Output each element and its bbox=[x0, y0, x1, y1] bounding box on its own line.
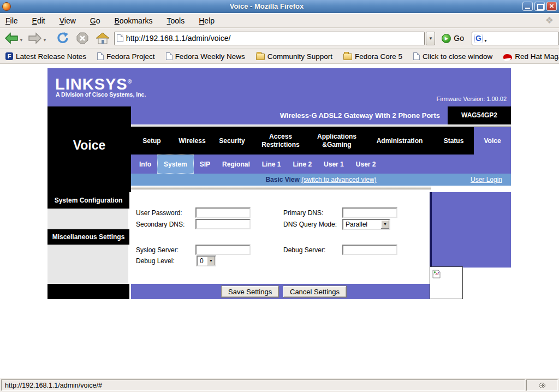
subtab-line1[interactable]: Line 1 bbox=[256, 155, 287, 174]
bookmark-fedora-weekly-news[interactable]: Fedora Weekly News bbox=[166, 52, 245, 61]
forward-button[interactable] bbox=[28, 30, 42, 46]
folder-icon bbox=[343, 54, 352, 60]
page-icon bbox=[117, 34, 123, 42]
bookmark-community-support[interactable]: Community Support bbox=[256, 52, 332, 61]
folder-icon bbox=[256, 54, 265, 60]
bookmark-fedora-project[interactable]: Fedora Project bbox=[97, 52, 155, 61]
go-label[interactable]: Go bbox=[454, 34, 464, 43]
user-login-link[interactable]: User Login bbox=[471, 174, 502, 186]
firefox-icon bbox=[2, 2, 11, 11]
menu-edit[interactable]: Edit bbox=[32, 16, 45, 25]
primary-dns-label: Primary DNS: bbox=[283, 208, 323, 218]
status-text: http://192.168.1.1/admin/voice/# bbox=[1, 379, 525, 391]
subtab-user2[interactable]: User 2 bbox=[350, 155, 382, 174]
right-panel bbox=[432, 192, 511, 268]
fedora-icon: F bbox=[5, 52, 13, 60]
sidebar-footer bbox=[47, 284, 129, 299]
menu-file[interactable]: File bbox=[5, 16, 18, 25]
menu-go[interactable]: Go bbox=[90, 16, 100, 25]
brand-tagline: A Division of Cisco Systems, Inc. bbox=[56, 91, 146, 98]
nav-administration[interactable]: Administration bbox=[365, 127, 435, 155]
forward-dropdown[interactable]: ▼ bbox=[43, 38, 47, 43]
status-mode-icon bbox=[538, 382, 546, 389]
forward-icon bbox=[28, 32, 42, 44]
subtab-info[interactable]: Info bbox=[133, 155, 157, 174]
subtab-line2[interactable]: Line 2 bbox=[287, 155, 318, 174]
home-button[interactable] bbox=[96, 30, 110, 46]
subtab-system[interactable]: System bbox=[157, 155, 194, 174]
section-miscellaneous-settings: Miscellaneous Settings bbox=[47, 229, 129, 245]
secondary-dns-field[interactable] bbox=[195, 219, 251, 229]
action-bar: Save Settings Cancel Settings bbox=[131, 284, 430, 299]
subtab-sip[interactable]: SIP bbox=[194, 155, 216, 174]
page-header: LINKSYS® A Division of Cisco Systems, In… bbox=[47, 68, 511, 106]
stop-button[interactable] bbox=[76, 30, 89, 46]
chevron-down-icon[interactable]: ▼ bbox=[206, 257, 215, 265]
google-search-icon[interactable]: G bbox=[474, 34, 483, 43]
user-password-field[interactable] bbox=[195, 207, 251, 218]
subtab-user1[interactable]: User 1 bbox=[318, 155, 350, 174]
sidebar: Voice System Configuration Miscellaneous… bbox=[47, 106, 131, 299]
section-system-configuration: System Configuration bbox=[47, 192, 129, 209]
back-dropdown[interactable]: ▼ bbox=[19, 38, 23, 43]
missing-image-box bbox=[430, 266, 463, 299]
nav-applications-gaming[interactable]: Applications &Gaming bbox=[309, 127, 365, 155]
go-icon[interactable]: ▶ bbox=[442, 34, 451, 43]
firmware-version: Firmware Version: 1.00.02 bbox=[437, 96, 507, 102]
menu-bookmarks[interactable]: Bookmarks bbox=[115, 16, 153, 25]
linksys-logo: LINKSYS® bbox=[55, 74, 132, 92]
url-input[interactable] bbox=[126, 34, 423, 43]
search-engine-dropdown[interactable]: ▼ bbox=[484, 39, 487, 43]
sidebar-spacer bbox=[47, 209, 128, 229]
bookmark-click-to-close[interactable]: Click to close window bbox=[413, 52, 492, 61]
switch-view-link[interactable]: (switch to advanced view) bbox=[301, 176, 376, 183]
syslog-server-label: Syslog Server: bbox=[136, 245, 179, 255]
syslog-server-field[interactable] bbox=[195, 245, 251, 255]
dns-query-mode-select[interactable]: Parallel ▼ bbox=[342, 219, 390, 230]
bookmark-latest-release-notes[interactable]: F Latest Release Notes bbox=[5, 52, 86, 61]
close-button[interactable] bbox=[546, 2, 557, 11]
nav-wireless[interactable]: Wireless bbox=[173, 127, 212, 155]
chevron-down-icon[interactable]: ▼ bbox=[380, 220, 389, 229]
subtab-regional[interactable]: Regional bbox=[216, 155, 256, 174]
navigation-toolbar: ▼ ▼ ▼ ▶ Go G ▼ bbox=[0, 28, 559, 49]
bookmark-red-hat-magazine[interactable]: Red Hat Magazine bbox=[503, 52, 559, 61]
main-nav: Setup Wireless Security Access Restricti… bbox=[131, 127, 511, 155]
maximize-button[interactable] bbox=[534, 2, 545, 11]
menu-help[interactable]: Help bbox=[199, 16, 215, 25]
page-title: Voice bbox=[47, 138, 131, 153]
nav-status[interactable]: Status bbox=[435, 127, 473, 155]
home-icon bbox=[96, 32, 110, 45]
nav-voice[interactable]: Voice bbox=[474, 127, 511, 155]
debug-level-select[interactable]: 0 ▼ bbox=[197, 256, 216, 266]
search-input[interactable] bbox=[489, 34, 556, 43]
urlbar[interactable] bbox=[114, 32, 425, 45]
status-corner[interactable] bbox=[526, 379, 558, 391]
cancel-settings-button[interactable]: Cancel Settings bbox=[283, 286, 347, 298]
view-mode-bar: Basic View (switch to advanced view) Use… bbox=[131, 174, 511, 186]
back-button[interactable] bbox=[4, 30, 19, 46]
menu-view[interactable]: View bbox=[60, 16, 76, 25]
menu-tools[interactable]: Tools bbox=[167, 16, 185, 25]
model-number: WAG54GP2 bbox=[448, 106, 511, 124]
save-settings-button[interactable]: Save Settings bbox=[221, 286, 279, 298]
bookmark-fedora-core-5[interactable]: Fedora Core 5 bbox=[343, 52, 402, 61]
nav-setup[interactable]: Setup bbox=[131, 127, 173, 155]
primary-dns-field[interactable] bbox=[342, 207, 397, 218]
debug-level-label: Debug Level: bbox=[136, 256, 175, 266]
statusbar: http://192.168.1.1/admin/voice/# bbox=[0, 378, 559, 392]
page-icon bbox=[97, 52, 104, 60]
nav-security[interactable]: Security bbox=[212, 127, 252, 155]
product-name: Wireless-G ADSL2 Gateway With 2 Phone Po… bbox=[131, 106, 448, 124]
page-icon bbox=[413, 52, 420, 60]
debug-server-field[interactable] bbox=[342, 245, 397, 255]
minimize-button[interactable] bbox=[522, 2, 533, 11]
user-password-label: User Password: bbox=[136, 208, 182, 218]
nav-access-restrictions[interactable]: Access Restrictions bbox=[252, 127, 309, 155]
dns-query-mode-label: DNS Query Mode: bbox=[283, 219, 337, 229]
reload-button[interactable] bbox=[56, 30, 69, 46]
broken-image-icon bbox=[432, 270, 441, 278]
url-history-dropdown[interactable]: ▼ bbox=[426, 32, 435, 45]
titlebar[interactable]: Voice - Mozilla Firefox bbox=[0, 0, 559, 13]
search-bar[interactable]: G ▼ bbox=[472, 32, 559, 45]
